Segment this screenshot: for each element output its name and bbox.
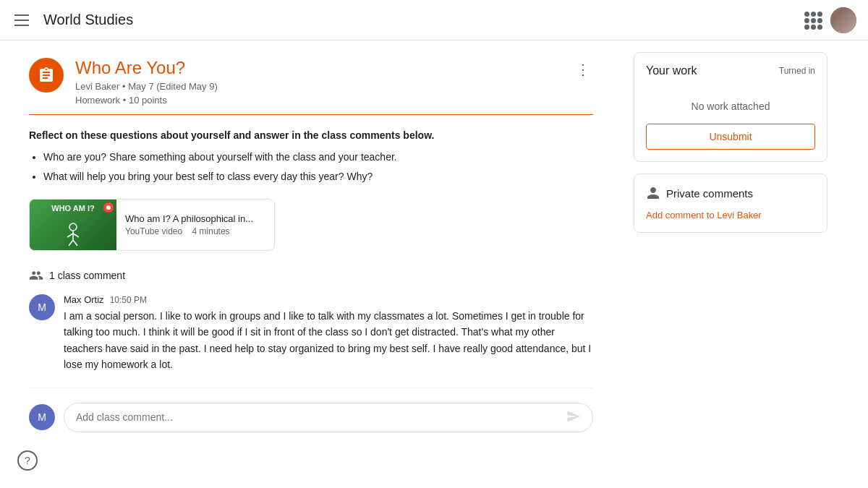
grid-icon[interactable] bbox=[804, 12, 822, 29]
comment-text: I am a social person. I like to work in … bbox=[64, 308, 593, 373]
unsubmit-button[interactable]: Unsubmit bbox=[646, 124, 815, 150]
private-comments-card: Private comments Add comment to Levi Bak… bbox=[634, 174, 827, 233]
add-private-comment-link[interactable]: Add comment to Levi Baker bbox=[646, 210, 762, 221]
add-comment-row: M bbox=[29, 403, 593, 432]
instruction-item-2: What will help you bring your best self … bbox=[43, 169, 593, 184]
commenter-initials: M bbox=[38, 301, 46, 313]
stick-figure-icon bbox=[59, 220, 88, 249]
content-area: Who Are You? Levi Baker • May 7 (Edited … bbox=[0, 40, 622, 488]
svg-point-0 bbox=[69, 223, 77, 231]
comment-item: M Max Ortiz 10:50 PM I am a social perso… bbox=[29, 294, 593, 388]
svg-line-3 bbox=[73, 234, 79, 237]
main-layout: Who Are You? Levi Baker • May 7 (Edited … bbox=[0, 40, 868, 488]
assignment-meta: Levi Baker • May 7 (Edited May 9) bbox=[75, 81, 573, 92]
your-work-title: Your work bbox=[646, 64, 697, 77]
svg-line-4 bbox=[69, 240, 73, 246]
no-work-text: No work attached bbox=[646, 89, 815, 124]
turned-in-badge: Turned in bbox=[779, 66, 815, 76]
assignment-type: Homework bbox=[75, 95, 120, 106]
your-work-header: Your work Turned in bbox=[646, 64, 815, 77]
page-title: World Studies bbox=[43, 12, 133, 28]
hamburger-icon[interactable] bbox=[12, 12, 32, 29]
svg-line-2 bbox=[67, 234, 73, 237]
header: World Studies bbox=[0, 0, 868, 40]
commenter-avatar: M bbox=[29, 294, 55, 320]
youtube-title: Who am I? A philosophical in... bbox=[125, 213, 253, 224]
comment-time: 10:50 PM bbox=[110, 295, 147, 305]
assignment-svg-icon bbox=[38, 67, 55, 84]
comment-author-line: Max Ortiz 10:50 PM bbox=[64, 294, 593, 305]
youtube-sub: YouTube video 4 minutes bbox=[125, 226, 253, 236]
header-left: World Studies bbox=[12, 12, 133, 29]
private-comments-header: Private comments bbox=[646, 186, 815, 200]
assignment-icon bbox=[29, 58, 64, 93]
assignment-divider bbox=[29, 114, 593, 115]
youtube-thumbnail: WHO AM I? bbox=[30, 200, 116, 250]
assignment-title: Who Are You? bbox=[75, 58, 573, 78]
add-comment-input-wrap[interactable] bbox=[64, 403, 593, 432]
youtube-thumbnail-content: WHO AM I? bbox=[30, 200, 116, 250]
assignment-points-value: 10 points bbox=[129, 95, 167, 106]
header-right bbox=[804, 7, 856, 33]
instruction-item-1: Who are you? Share something about yours… bbox=[43, 150, 593, 165]
assignment-points: Homework • 10 points bbox=[75, 95, 573, 106]
people-icon bbox=[29, 268, 43, 283]
comment-body: Max Ortiz 10:50 PM I am a social person.… bbox=[64, 294, 593, 373]
send-icon[interactable] bbox=[566, 409, 581, 426]
instructions-list: Who are you? Share something about yours… bbox=[29, 150, 593, 184]
youtube-thumbnail-text: WHO AM I? bbox=[33, 204, 114, 213]
youtube-badge-dot bbox=[106, 205, 111, 210]
youtube-card[interactable]: WHO AM I? Who am I? A p bbox=[29, 199, 275, 251]
class-comments-title: 1 class comment bbox=[49, 270, 125, 281]
assignment-author: Levi Baker bbox=[75, 81, 119, 92]
your-work-card: Your work Turned in No work attached Uns… bbox=[634, 52, 827, 162]
comment-author: Max Ortiz bbox=[64, 294, 104, 305]
more-vert-icon[interactable]: ⋮ bbox=[573, 58, 593, 81]
instructions-bold: Reflect on these questions about yoursel… bbox=[29, 129, 593, 141]
assignment-date: May 7 (Edited May 9) bbox=[128, 81, 218, 92]
assignment-separator: • bbox=[122, 81, 128, 92]
class-comments-header: 1 class comment bbox=[29, 268, 593, 283]
youtube-badge bbox=[103, 202, 114, 213]
instructions: Reflect on these questions about yoursel… bbox=[29, 129, 593, 184]
assignment-header: Who Are You? Levi Baker • May 7 (Edited … bbox=[29, 58, 593, 106]
person-icon bbox=[646, 186, 660, 200]
private-comments-title: Private comments bbox=[666, 187, 753, 200]
user-avatar[interactable] bbox=[830, 7, 856, 33]
youtube-info: Who am I? A philosophical in... YouTube … bbox=[116, 207, 262, 242]
assignment-title-block: Who Are You? Levi Baker • May 7 (Edited … bbox=[75, 58, 573, 106]
youtube-type: YouTube video bbox=[125, 226, 182, 236]
svg-line-5 bbox=[73, 240, 77, 246]
add-comment-input[interactable] bbox=[76, 411, 566, 423]
youtube-duration: 4 minutes bbox=[192, 226, 230, 236]
right-panel: Your work Turned in No work attached Uns… bbox=[622, 40, 839, 488]
help-icon[interactable]: ? bbox=[17, 450, 38, 471]
current-user-avatar: M bbox=[29, 404, 55, 430]
